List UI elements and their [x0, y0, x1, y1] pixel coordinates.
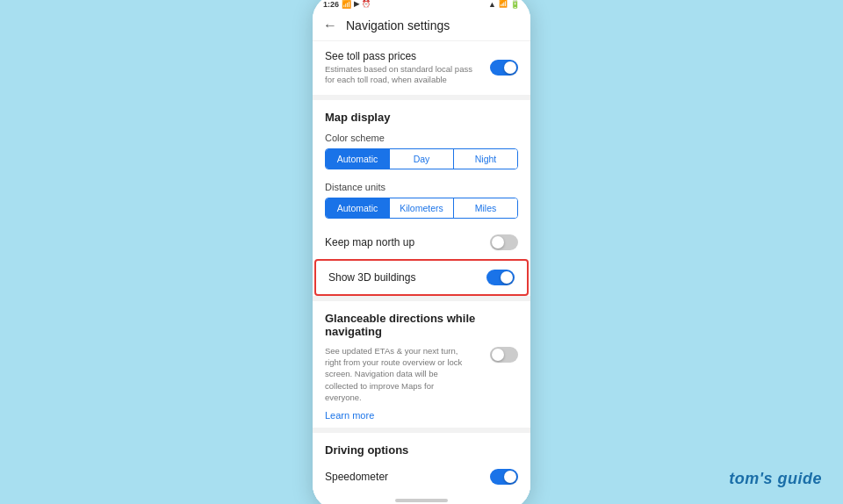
- status-bar: 1:26 📶 ▶ ⏰ ▲ 📶 🔋: [313, 0, 530, 12]
- glanceable-title: Glanceable directions while navigating: [325, 312, 518, 338]
- status-time: 1:26: [323, 0, 339, 9]
- map-display-title: Map display: [325, 111, 518, 124]
- wifi-icon: ▲: [488, 0, 496, 9]
- content-area: See toll pass prices Estimates based on …: [313, 41, 530, 504]
- speedometer-toggle[interactable]: [490, 469, 518, 485]
- page-title: Navigation settings: [346, 18, 450, 32]
- glanceable-desc: See updated ETAs & your next turn, right…: [325, 345, 470, 403]
- toll-label: See toll pass prices: [325, 50, 474, 62]
- color-scheme-label: Color scheme: [313, 127, 530, 145]
- keep-north-toggle[interactable]: [490, 234, 518, 250]
- signal-bars-icon: 📶: [499, 0, 508, 8]
- status-right: ▲ 📶 🔋: [488, 0, 520, 9]
- show-3d-knob: [501, 271, 513, 284]
- toll-toggle[interactable]: [490, 60, 518, 76]
- tab-automatic-color[interactable]: Automatic: [326, 149, 389, 169]
- distance-units-label: Distance units: [313, 176, 530, 194]
- battery-icon: 🔋: [510, 0, 520, 9]
- learn-more-link[interactable]: Learn more: [313, 407, 530, 428]
- alarm-icon: ⏰: [362, 0, 371, 8]
- phone-frame: 1:26 📶 ▶ ⏰ ▲ 📶 🔋 ← Navigation settings S…: [313, 0, 530, 504]
- top-bar: ← Navigation settings: [313, 12, 530, 41]
- home-bar: [395, 499, 448, 502]
- keep-north-row: Keep map north up: [313, 226, 530, 259]
- signal-icon: 📶: [342, 0, 351, 9]
- show-3d-label: Show 3D buildings: [328, 271, 415, 284]
- driving-options-header: Driving options: [313, 433, 530, 460]
- toll-row: See toll pass prices Estimates based on …: [313, 41, 530, 95]
- speedometer-knob: [504, 471, 516, 483]
- toll-toggle-knob: [504, 61, 516, 74]
- glanceable-toggle[interactable]: [490, 347, 518, 363]
- speedometer-label: Speedometer: [325, 471, 388, 483]
- glanceable-header: Glanceable directions while navigating: [313, 301, 530, 342]
- toll-desc: Estimates based on standard local pass f…: [325, 64, 474, 86]
- tab-miles[interactable]: Miles: [453, 198, 517, 218]
- glanceable-section: Glanceable directions while navigating S…: [313, 301, 530, 428]
- keep-north-label: Keep map north up: [325, 236, 414, 248]
- map-display-section: Map display Color scheme Automatic Day N…: [313, 100, 530, 296]
- distance-units-tabs: Automatic Kilometers Miles: [325, 198, 518, 219]
- status-left: 1:26 📶 ▶ ⏰: [323, 0, 371, 9]
- toll-text-group: See toll pass prices Estimates based on …: [325, 50, 474, 86]
- driving-options-title: Driving options: [325, 443, 518, 457]
- back-button[interactable]: ←: [323, 18, 337, 33]
- tab-automatic-distance[interactable]: Automatic: [326, 198, 389, 218]
- show-3d-row: Show 3D buildings: [314, 259, 529, 296]
- toms-guide-watermark: tom's guide: [729, 470, 822, 488]
- color-scheme-tabs: Automatic Day Night: [325, 148, 518, 169]
- map-display-header: Map display: [313, 100, 530, 127]
- speedometer-row: Speedometer: [313, 460, 530, 493]
- toll-section: See toll pass prices Estimates based on …: [313, 41, 530, 95]
- driving-options-section: Driving options Speedometer: [313, 433, 530, 493]
- glanceable-knob: [492, 349, 504, 361]
- show-3d-toggle[interactable]: [486, 270, 515, 285]
- tab-day-color[interactable]: Day: [389, 149, 453, 169]
- tab-night-color[interactable]: Night: [453, 149, 517, 169]
- keep-north-knob: [492, 236, 504, 248]
- home-indicator: [313, 493, 530, 504]
- tab-kilometers[interactable]: Kilometers: [389, 198, 453, 218]
- media-icon: ▶: [354, 0, 359, 8]
